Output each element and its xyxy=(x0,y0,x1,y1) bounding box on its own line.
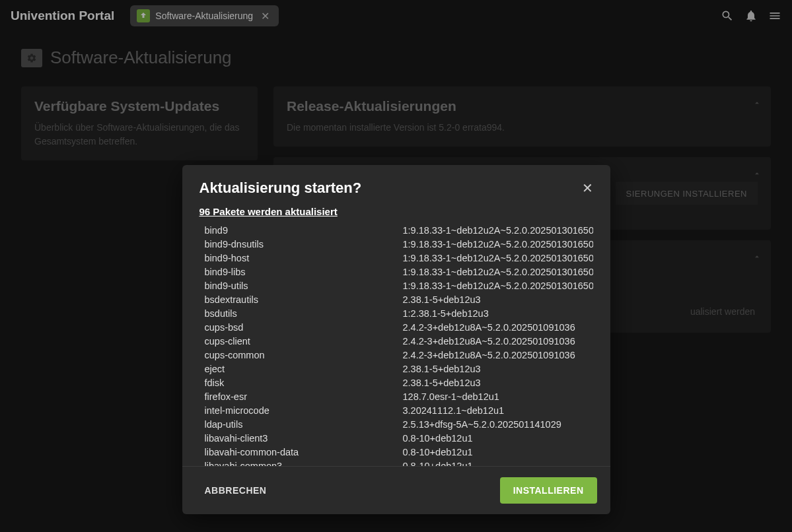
package-name: cups-client xyxy=(205,335,403,349)
package-version: 2.4.2-3+deb12u8A~5.2.0.202501091036 xyxy=(403,335,593,349)
package-row: bind9-utils1:9.18.33-1~deb12u2A~5.2.0.20… xyxy=(196,279,593,293)
install-button[interactable]: INSTALLIEREN xyxy=(500,477,597,504)
package-row: libavahi-common30.8-10+deb12u1 xyxy=(196,459,593,466)
package-version: 2.5.13+dfsg-5A~5.2.0.202501141029 xyxy=(403,418,593,432)
package-version: 3.20241112.1~deb12u1 xyxy=(403,404,593,418)
package-row: intel-microcode3.20241112.1~deb12u1 xyxy=(196,404,593,418)
package-name: bind9-libs xyxy=(205,265,403,279)
package-row: bind91:9.18.33-1~deb12u2A~5.2.0.20250130… xyxy=(196,224,593,238)
package-row: bind9-host1:9.18.33-1~deb12u2A~5.2.0.202… xyxy=(196,251,593,265)
package-row: cups-bsd2.4.2-3+deb12u8A~5.2.0.202501091… xyxy=(196,321,593,335)
package-version: 1:2.38.1-5+deb12u3 xyxy=(403,307,593,321)
package-name: cups-common xyxy=(205,349,403,362)
package-version: 128.7.0esr-1~deb12u1 xyxy=(403,390,593,404)
modal-body[interactable]: 96 Pakete werden aktualisiert bind91:9.1… xyxy=(182,206,610,466)
package-name: bind9-utils xyxy=(205,279,403,293)
package-row: fdisk2.38.1-5+deb12u3 xyxy=(196,376,593,390)
package-version: 1:9.18.33-1~deb12u2A~5.2.0.202501301650 xyxy=(403,265,593,279)
close-icon[interactable]: ✕ xyxy=(582,180,593,196)
package-row: libavahi-client30.8-10+deb12u1 xyxy=(196,432,593,446)
package-name: bind9-host xyxy=(205,251,403,265)
package-name: bsdutils xyxy=(205,307,403,321)
package-version: 0.8-10+deb12u1 xyxy=(403,459,593,466)
package-version: 2.38.1-5+deb12u3 xyxy=(403,362,593,376)
package-version: 1:9.18.33-1~deb12u2A~5.2.0.202501301650 xyxy=(403,238,593,251)
package-row: libavahi-common-data0.8-10+deb12u1 xyxy=(196,446,593,459)
package-version: 0.8-10+deb12u1 xyxy=(403,432,593,446)
package-name: intel-microcode xyxy=(205,404,403,418)
package-version: 0.8-10+deb12u1 xyxy=(403,446,593,459)
modal-footer: ABBRECHEN INSTALLIEREN xyxy=(182,466,610,514)
modal-title: Aktualisierung starten? xyxy=(199,180,362,197)
package-name: ldap-utils xyxy=(205,418,403,432)
package-row: bsdutils1:2.38.1-5+deb12u3 xyxy=(196,307,593,321)
package-name: bsdextrautils xyxy=(205,293,403,307)
package-row: firefox-esr128.7.0esr-1~deb12u1 xyxy=(196,390,593,404)
package-version: 2.4.2-3+deb12u8A~5.2.0.202501091036 xyxy=(403,349,593,362)
package-name: libavahi-client3 xyxy=(205,432,403,446)
package-name: libavahi-common-data xyxy=(205,446,403,459)
package-row: ldap-utils2.5.13+dfsg-5A~5.2.0.202501141… xyxy=(196,418,593,432)
package-row: bind9-dnsutils1:9.18.33-1~deb12u2A~5.2.0… xyxy=(196,238,593,251)
package-version: 1:9.18.33-1~deb12u2A~5.2.0.202501301650 xyxy=(403,251,593,265)
package-name: eject xyxy=(205,362,403,376)
package-row: cups-client2.4.2-3+deb12u8A~5.2.0.202501… xyxy=(196,335,593,349)
package-list: bind91:9.18.33-1~deb12u2A~5.2.0.20250130… xyxy=(196,224,593,466)
package-version: 2.4.2-3+deb12u8A~5.2.0.202501091036 xyxy=(403,321,593,335)
package-version: 1:9.18.33-1~deb12u2A~5.2.0.202501301650 xyxy=(403,279,593,293)
cancel-button[interactable]: ABBRECHEN xyxy=(196,479,276,502)
package-row: bind9-libs1:9.18.33-1~deb12u2A~5.2.0.202… xyxy=(196,265,593,279)
package-name: cups-bsd xyxy=(205,321,403,335)
package-name: bind9 xyxy=(205,224,403,238)
package-version: 1:9.18.33-1~deb12u2A~5.2.0.202501301650 xyxy=(403,224,593,238)
modal-overlay: Aktualisierung starten? ✕ 96 Pakete werd… xyxy=(0,0,792,532)
modal-header: Aktualisierung starten? ✕ xyxy=(182,165,610,206)
package-name: libavahi-common3 xyxy=(205,459,403,466)
package-row: eject2.38.1-5+deb12u3 xyxy=(196,362,593,376)
package-name: firefox-esr xyxy=(205,390,403,404)
package-row: cups-common2.4.2-3+deb12u8A~5.2.0.202501… xyxy=(196,349,593,362)
package-name: fdisk xyxy=(205,376,403,390)
confirm-update-modal: Aktualisierung starten? ✕ 96 Pakete werd… xyxy=(182,165,610,514)
package-row: bsdextrautils2.38.1-5+deb12u3 xyxy=(196,293,593,307)
package-version: 2.38.1-5+deb12u3 xyxy=(403,293,593,307)
package-summary: 96 Pakete werden aktualisiert xyxy=(196,206,593,217)
package-name: bind9-dnsutils xyxy=(205,238,403,251)
package-version: 2.38.1-5+deb12u3 xyxy=(403,376,593,390)
